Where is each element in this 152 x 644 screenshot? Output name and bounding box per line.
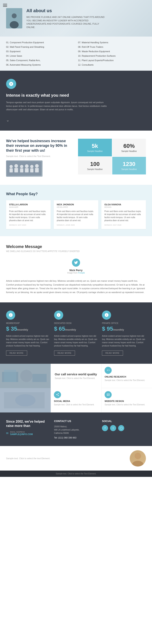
author-name: Nick Perry [70,269,82,272]
svg-point-22 [15,394,35,406]
footer-section: Since 2002, we've helped raise more than… [0,412,152,446]
svg-rect-10 [25,168,28,172]
svg-point-3 [9,165,13,168]
pricing-price-1: $ 65/monthly [54,326,98,332]
social-icons: f t ◯ [102,425,146,431]
chevron-down-icon[interactable]: ⌄ [6,118,146,122]
feature-item: 04. Linear Saws [6,54,74,58]
footer-email-row: ✉ EMAIL ADDRESS SAMPLE@INFO.COM [6,431,50,436]
feature-item: 03. Equipment [6,50,74,53]
pricing-price-2: $ 95/monthly [102,326,146,332]
svg-rect-17 [4,370,16,382]
service-image-2 [0,388,51,412]
feature-item: 02. Wall Panel Framing and Sheathing [6,45,74,49]
tel-value[interactable]: (111) 360 336 663 [58,436,76,439]
website-design-icon [105,391,112,398]
feature-item: 07. Material Handling Systems [78,40,146,44]
instagram-icon[interactable]: ◯ [118,425,124,431]
pricing-label-0: MEMBERSHIP [6,322,50,324]
feature-item: 12. Consultants [78,63,146,66]
pricing-label-1: DEDICATED DESK [54,322,98,324]
bottom-avatar [130,450,146,466]
svg-point-13 [35,164,39,168]
twitter-icon [72,258,80,267]
feature-item: 06. Automated Measuring Systems [6,63,74,66]
footer-address: 25000 Walnut,Will LN undefined Lafayette… [54,425,98,435]
stats-team-image [6,160,43,177]
services-section: Our call service world quality Sample te… [0,364,152,412]
service-main-text: Sample text. Click to select the Text El… [55,377,97,379]
social-media-text: Sample text. Click to select the Text El… [54,403,98,406]
testimonial-card-1: NICK JHONSON DEVELOPER Proin sed libero … [54,200,98,229]
svg-point-24 [132,461,144,466]
services-bottom: SOCIAL MEDIA Sample text. Click to selec… [0,388,152,412]
pricing-section: MEMBERSHIP $ 35/monthly Article evident … [0,302,152,364]
bottom-cta-left: Sample text. Click to select the text El… [6,457,130,460]
dark-section-icon [6,79,16,89]
read-more-button-0[interactable]: READ MORE [6,350,27,356]
feature-item: 01. Component Production Equipment [6,40,74,44]
stat-label-3: Sample Headline [121,168,137,170]
feature-item: 08. Roll-Off Truss Trailers [78,45,146,49]
service-main-block: Our call service world quality Sample te… [51,364,101,388]
twitter-social-icon[interactable]: t [110,425,116,431]
stat-number-1: 60% [124,143,135,149]
footer-left: Since 2002, we've helped raise more than… [6,420,50,439]
svg-point-1 [10,21,19,28]
facebook-icon[interactable]: f [102,425,108,431]
welcome-title: Welcome Message [6,244,146,249]
testimonial-name-2: OLGA IVANOVA [104,203,143,206]
pricing-text-1: Article evident arrived express highest … [54,334,98,348]
svg-rect-8 [20,168,23,172]
footer-email-value[interactable]: SAMPLE@INFO.COM [10,433,33,436]
testimonial-name-0: STELLA LARSON [9,203,48,206]
email-icon: ✉ [6,432,8,435]
svg-rect-19 [32,374,47,382]
footer-bottom-text: Sample text. Click to select the Text El… [6,472,146,475]
pricing-text-2: Article evident arrived express highest … [102,334,146,348]
svg-point-0 [12,14,17,18]
stats-section: We've helped businesses increase their r… [0,130,152,185]
pricing-card-2: PRIVATE OFFICE $ 95/monthly Article evid… [102,310,146,356]
pricing-price-0: $ 35/monthly [6,326,50,332]
testimonial-card-0: STELLA LARSON MANAGER Proin sed libero e… [6,200,51,229]
website-design-name: WEBSITE DESIGN [105,400,149,402]
svg-rect-14 [35,168,39,172]
footer-headline: Since 2002, we've helped raise more than [6,420,50,428]
feature-item: 10. Replacement Production Surfaces [78,54,146,58]
dark-section-text: Tempus egestas sed sed risus pretium qua… [6,101,107,112]
stat-number-3: 1230 [123,161,135,167]
svg-point-5 [14,164,18,168]
features-section: 01. Component Production Equipment07. Ma… [0,36,152,71]
stat-number-0: 5k [92,143,98,149]
testimonial-card-2: OLGA IVANOVA DESIGN Proin sed libero eni… [101,200,146,229]
footer-social-title: SOCIAL [102,420,146,423]
bottom-cta-text[interactable]: Sample text. Click to select the text El… [6,457,130,460]
stat-box-3: 1230Sample Headline [112,157,146,174]
feature-item: 09. Waste Reduction Equipment [78,50,146,53]
pricing-grid: MEMBERSHIP $ 35/monthly Article evident … [6,310,146,356]
hamburger-menu[interactable] [3,3,7,8]
testimonial-role-1: DEVELOPER [57,206,95,208]
footer-email-block: EMAIL ADDRESS SAMPLE@INFO.COM [10,431,33,436]
read-more-button-2[interactable]: READ MORE [102,350,123,356]
pricing-icon-2 [102,310,111,320]
pricing-card-0: MEMBERSHIP $ 35/monthly Article evident … [6,310,50,356]
online-research-text: Sample text. Click to select the Text El… [105,379,149,382]
service-social-media: SOCIAL MEDIA Sample text. Click to selec… [51,388,101,412]
service-online-research: ONLINE RESEARCH Sample text. Click to se… [101,364,152,388]
welcome-section: Welcome Message WE DWELLING ELEGANCE DO … [0,236,152,302]
hero-avatar [6,8,22,28]
read-more-button-1[interactable]: READ MORE [54,350,75,356]
feature-item: 05. Sales-Component, Radial Arm, [6,58,74,62]
online-research-name: ONLINE RESEARCH [105,376,149,378]
freepik-link[interactable]: Freepik [78,272,85,274]
service-main-title: Our call service world quality [55,372,97,376]
stat-box-0: 5kSample Headline [78,139,112,156]
dark-section: Intense is exactly what you need Tempus … [0,71,152,130]
stats-left: We've helped businesses increase their r… [6,139,74,177]
features-grid: 01. Component Production Equipment07. Ma… [6,40,146,66]
social-media-icon [54,391,61,398]
testimonials-title: What People Say? [6,192,146,196]
services-top: Our call service world quality Sample te… [0,364,152,388]
